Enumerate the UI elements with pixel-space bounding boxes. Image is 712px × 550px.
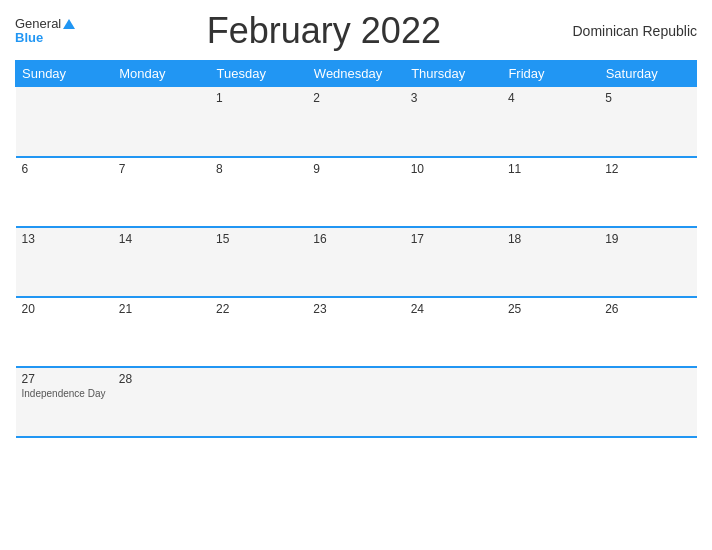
col-wednesday: Wednesday: [307, 61, 404, 87]
calendar-cell: [502, 367, 599, 437]
calendar-cell: 1: [210, 87, 307, 157]
calendar-cell: 21: [113, 297, 210, 367]
calendar-cell: 12: [599, 157, 696, 227]
day-number: 8: [216, 162, 301, 176]
calendar-cell: 16: [307, 227, 404, 297]
calendar-cell: 9: [307, 157, 404, 227]
day-number: 13: [22, 232, 107, 246]
holiday-label: Independence Day: [22, 388, 107, 399]
calendar-cell: [599, 367, 696, 437]
day-number: 22: [216, 302, 301, 316]
calendar-cell: [405, 367, 502, 437]
calendar-cell: [307, 367, 404, 437]
day-number: 18: [508, 232, 593, 246]
month-title: February 2022: [207, 10, 441, 52]
day-number: 17: [411, 232, 496, 246]
weekday-header-row: Sunday Monday Tuesday Wednesday Thursday…: [16, 61, 697, 87]
col-thursday: Thursday: [405, 61, 502, 87]
calendar-cell: 14: [113, 227, 210, 297]
day-number: 7: [119, 162, 204, 176]
day-number: 11: [508, 162, 593, 176]
day-number: 3: [411, 91, 496, 105]
col-monday: Monday: [113, 61, 210, 87]
day-number: 2: [313, 91, 398, 105]
calendar-cell: 13: [16, 227, 113, 297]
calendar-week-row: 27Independence Day28: [16, 367, 697, 437]
day-number: 27: [22, 372, 107, 386]
logo: General Blue: [15, 17, 75, 46]
calendar-cell: 28: [113, 367, 210, 437]
calendar-cell: 17: [405, 227, 502, 297]
calendar-container: General Blue February 2022 Dominican Rep…: [0, 0, 712, 550]
day-number: 1: [216, 91, 301, 105]
calendar-cell: 6: [16, 157, 113, 227]
day-number: 6: [22, 162, 107, 176]
country-label: Dominican Republic: [572, 23, 697, 39]
calendar-cell: 18: [502, 227, 599, 297]
day-number: 26: [605, 302, 690, 316]
day-number: 24: [411, 302, 496, 316]
logo-blue-text: Blue: [15, 31, 43, 45]
day-number: 21: [119, 302, 204, 316]
calendar-week-row: 13141516171819: [16, 227, 697, 297]
calendar-cell: 3: [405, 87, 502, 157]
calendar-cell: 27Independence Day: [16, 367, 113, 437]
calendar-week-row: 20212223242526: [16, 297, 697, 367]
col-saturday: Saturday: [599, 61, 696, 87]
day-number: 16: [313, 232, 398, 246]
col-sunday: Sunday: [16, 61, 113, 87]
col-friday: Friday: [502, 61, 599, 87]
calendar-cell: 4: [502, 87, 599, 157]
calendar-cell: 10: [405, 157, 502, 227]
day-number: 9: [313, 162, 398, 176]
day-number: 14: [119, 232, 204, 246]
calendar-cell: 22: [210, 297, 307, 367]
logo-triangle-icon: [63, 19, 75, 29]
calendar-cell: 25: [502, 297, 599, 367]
day-number: 23: [313, 302, 398, 316]
calendar-cell: 20: [16, 297, 113, 367]
calendar-cell: 23: [307, 297, 404, 367]
calendar-cell: 2: [307, 87, 404, 157]
day-number: 5: [605, 91, 690, 105]
day-number: 15: [216, 232, 301, 246]
calendar-cell: [210, 367, 307, 437]
calendar-cell: 5: [599, 87, 696, 157]
calendar-cell: [113, 87, 210, 157]
calendar-table: Sunday Monday Tuesday Wednesday Thursday…: [15, 60, 697, 438]
calendar-week-row: 12345: [16, 87, 697, 157]
calendar-cell: 7: [113, 157, 210, 227]
day-number: 28: [119, 372, 204, 386]
logo-general-text: General: [15, 17, 75, 31]
day-number: 12: [605, 162, 690, 176]
calendar-cell: 24: [405, 297, 502, 367]
day-number: 25: [508, 302, 593, 316]
day-number: 10: [411, 162, 496, 176]
calendar-cell: 8: [210, 157, 307, 227]
calendar-cell: 15: [210, 227, 307, 297]
calendar-cell: 11: [502, 157, 599, 227]
day-number: 20: [22, 302, 107, 316]
day-number: 19: [605, 232, 690, 246]
calendar-header: General Blue February 2022 Dominican Rep…: [15, 10, 697, 52]
calendar-week-row: 6789101112: [16, 157, 697, 227]
col-tuesday: Tuesday: [210, 61, 307, 87]
calendar-cell: [16, 87, 113, 157]
day-number: 4: [508, 91, 593, 105]
calendar-cell: 26: [599, 297, 696, 367]
calendar-cell: 19: [599, 227, 696, 297]
